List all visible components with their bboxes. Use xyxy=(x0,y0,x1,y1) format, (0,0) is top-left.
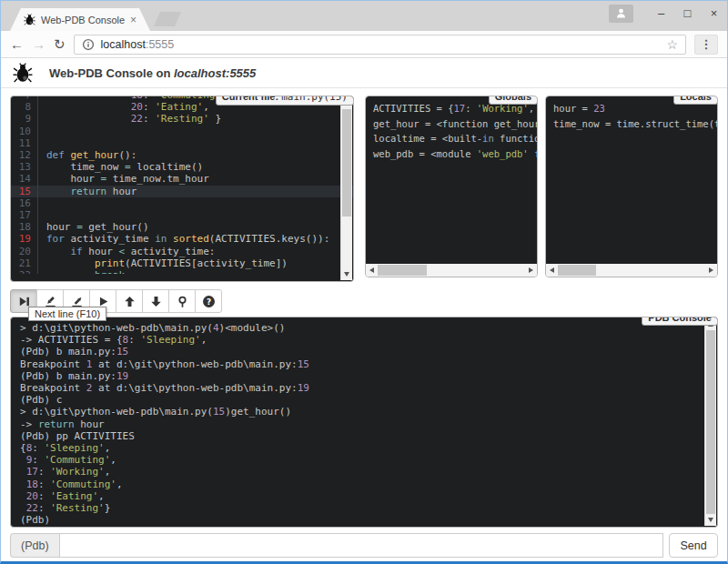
line-number[interactable]: 8 xyxy=(11,101,38,113)
code-line: 21 print(ACTIVITIES[activity_time]) xyxy=(11,257,353,269)
line-number[interactable]: 20 xyxy=(11,246,38,257)
maximize-button[interactable]: □ xyxy=(674,6,701,20)
line-number[interactable]: 12 xyxy=(11,149,38,161)
locals-panel: Locals hour = 23time_now = time.struct_t… xyxy=(545,96,718,277)
scroll-right-icon[interactable] xyxy=(525,264,537,277)
browser-tab[interactable]: Web-PDB Console on loc × xyxy=(10,8,150,31)
line-number[interactable]: 18 xyxy=(11,221,38,233)
code-text: for activity_time in sorted(ACTIVITIES.k… xyxy=(38,233,329,245)
pdb-console-label: PDB Console xyxy=(642,317,718,326)
stack-down-button[interactable] xyxy=(142,289,169,313)
info-icon[interactable] xyxy=(82,38,95,51)
stack-up-button[interactable] xyxy=(116,289,143,313)
code-text: def get_hour(): xyxy=(38,149,136,161)
locals-scroll-thumb[interactable] xyxy=(558,265,596,276)
code-line: 13 time_now = localtime() xyxy=(11,161,353,173)
code-line: 9 22: 'Resting' } xyxy=(11,113,353,125)
scroll-down-icon[interactable] xyxy=(341,268,352,280)
code-text: if hour < activity_time: xyxy=(38,246,215,257)
console-line: 20: 'Eating', xyxy=(20,490,708,502)
scroll-left-icon[interactable] xyxy=(366,264,378,277)
bookmark-star-icon[interactable]: ☆ xyxy=(666,37,678,52)
code-text: print(ACTIVITIES[activity_time]) xyxy=(38,257,288,269)
profile-button[interactable] xyxy=(609,5,633,23)
breakpoint-line-number[interactable]: 19 xyxy=(11,233,38,245)
code-line: 22 break xyxy=(11,269,353,274)
page-title-host: localhost:5555 xyxy=(174,66,256,80)
new-tab-button[interactable] xyxy=(154,12,181,26)
menu-dots-icon: ⋮ xyxy=(701,37,713,51)
line-number[interactable]: 14 xyxy=(11,173,38,185)
code-text xyxy=(38,137,46,149)
code-text: return hour xyxy=(38,186,136,197)
line-number[interactable]: 17 xyxy=(11,209,38,221)
vars-line: time_now = time.struct_time(tm_yea xyxy=(553,116,710,132)
reload-button[interactable]: ↻ xyxy=(54,37,66,51)
page-header: Web-PDB Console on localhost:5555 xyxy=(1,58,727,88)
minimize-button[interactable]: – xyxy=(648,6,674,20)
scroll-left-icon[interactable] xyxy=(546,264,558,277)
breakpoint-line-number[interactable]: 15 xyxy=(11,186,38,197)
code-line: 15 return hour xyxy=(11,186,353,197)
code-line: 14 hour = time_now.tm_hour xyxy=(11,173,353,185)
locals-hscrollbar[interactable] xyxy=(546,264,717,277)
scroll-down-icon[interactable] xyxy=(705,514,716,526)
pdb-command-input[interactable] xyxy=(59,533,663,558)
tab-strip: Web-PDB Console on loc × – □ × xyxy=(1,1,727,31)
question-sign-icon: ? xyxy=(202,295,216,308)
code-lines: 7 18: 'Commuting',8 20: 'Eating',9 22: '… xyxy=(11,96,353,274)
scroll-right-icon[interactable] xyxy=(705,264,717,277)
line-number[interactable]: 16 xyxy=(11,197,38,209)
line-number[interactable]: 10 xyxy=(11,126,38,137)
prompt-row: (Pdb) Send xyxy=(10,533,718,558)
console-line: 9: 'Commuting', xyxy=(20,454,708,466)
help-button[interactable]: ? xyxy=(195,289,222,313)
console-line: 18: 'Commuting', xyxy=(20,478,708,490)
console-line: 22: 'Resting'} xyxy=(20,502,708,514)
console-line: Breakpoint 2 at d:\git\python-web-pdb\ma… xyxy=(20,382,708,394)
code-text: time_now = localtime() xyxy=(38,161,203,173)
code-line: 18hour = get_hour() xyxy=(11,221,353,233)
console-line: > d:\git\python-web-pdb\main.py(4)<modul… xyxy=(20,322,708,334)
console-line: -> ACTIVITIES = {8: 'Sleeping', xyxy=(20,334,708,346)
editor-vscrollbar[interactable] xyxy=(340,97,352,280)
current-file-name: main.py(15) xyxy=(281,96,348,103)
console-scroll-thumb[interactable] xyxy=(706,330,715,514)
url-text: localhost:5555 xyxy=(101,38,175,51)
console-line: > d:\git\python-web-pdb\main.py(15)get_h… xyxy=(20,406,708,418)
console-line: Breakpoint 1 at d:\git\python-web-pdb\ma… xyxy=(20,358,708,370)
globals-label: Globals xyxy=(489,96,538,105)
line-number[interactable]: 21 xyxy=(11,257,38,269)
bug-favicon-icon xyxy=(24,14,35,25)
editor-scroll-thumb[interactable] xyxy=(342,109,351,217)
code-line: 17 xyxy=(11,209,353,221)
where-button[interactable] xyxy=(168,289,196,313)
arrow-down-icon xyxy=(149,295,163,308)
console-lines: > d:\git\python-web-pdb\main.py(4)<modul… xyxy=(11,317,717,527)
line-number[interactable]: 11 xyxy=(11,137,38,149)
locals-label: Locals xyxy=(673,96,718,105)
send-button[interactable]: Send xyxy=(669,533,718,558)
forward-button[interactable]: → xyxy=(32,37,46,51)
globals-scroll-thumb[interactable] xyxy=(378,265,427,276)
arrow-up-icon xyxy=(123,295,136,308)
back-button[interactable]: ← xyxy=(10,37,24,51)
editor-panel: Current file: main.py(15) 7 18: 'Commuti… xyxy=(10,96,354,282)
close-button[interactable]: × xyxy=(701,6,727,20)
code-text: hour = time_now.tm_hour xyxy=(38,173,209,185)
console-vscrollbar[interactable] xyxy=(704,318,716,526)
code-line: 11 xyxy=(11,137,353,149)
code-line: 20 if hour < activity_time: xyxy=(11,246,353,257)
console-line: -> return hour xyxy=(20,418,708,430)
tab-close-icon[interactable]: × xyxy=(130,15,136,25)
line-number[interactable]: 22 xyxy=(11,269,38,274)
omnibox[interactable]: localhost:5555 ☆ xyxy=(74,35,686,55)
vars-line: get_hour = <function get_hour at 0 xyxy=(373,116,530,132)
globals-hscrollbar[interactable] xyxy=(366,264,537,277)
browser-menu-button[interactable]: ⋮ xyxy=(694,35,718,55)
line-number[interactable]: 9 xyxy=(11,113,38,125)
window-controls: – □ × xyxy=(609,1,727,25)
globals-lines: ACTIVITIES = {17: 'Working', 18: 'get_ho… xyxy=(366,96,537,264)
tab-title: Web-PDB Console on loc xyxy=(41,15,125,25)
line-number[interactable]: 13 xyxy=(11,161,38,173)
